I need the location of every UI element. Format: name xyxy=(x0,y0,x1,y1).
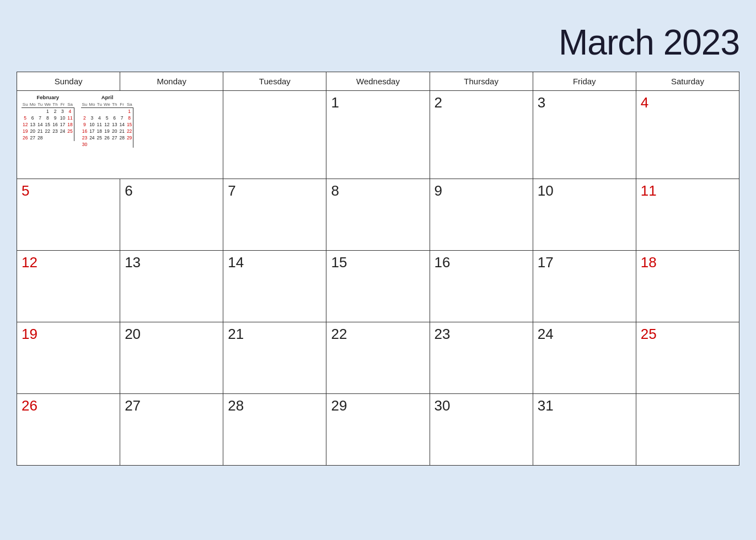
cell-day-28: 28 xyxy=(223,394,326,466)
day-number-11: 11 xyxy=(641,182,734,199)
cell-day-7: 7 xyxy=(223,179,326,251)
day-number-30: 30 xyxy=(435,397,528,414)
calendar-container: March 2023 Sunday Monday Tuesday Wednesd… xyxy=(17,22,739,466)
day-number-21: 21 xyxy=(228,326,321,343)
apr-r1c2 xyxy=(96,108,103,115)
feb-r4c6: 25 xyxy=(66,128,74,134)
feb-r1c6: 4 xyxy=(66,108,74,115)
feb-r2c3: 8 xyxy=(44,115,51,121)
apr-r2c4: 6 xyxy=(111,115,118,121)
cell-day-10: 10 xyxy=(533,179,636,251)
apr-r3c3: 12 xyxy=(103,121,111,128)
cell-day-19: 19 xyxy=(17,322,120,394)
day-number-13: 13 xyxy=(125,254,218,271)
feb-r3c4: 16 xyxy=(51,121,58,128)
feb-hd-th: Th xyxy=(51,101,58,108)
feb-r5c5 xyxy=(59,134,66,141)
day-number-19: 19 xyxy=(22,326,115,343)
cell-day-27: 27 xyxy=(120,394,223,466)
cell-day-25: 25 xyxy=(636,322,739,394)
mini-cal-feb-title: February xyxy=(22,94,74,100)
feb-r1c2 xyxy=(36,108,44,115)
cell-day-8: 8 xyxy=(326,179,430,251)
cell-day-5: 5 xyxy=(17,179,120,251)
day-number-1: 1 xyxy=(331,94,425,111)
mini-cal-april: April Su Mo Tu We Th Fr xyxy=(81,94,134,148)
cell-day-2: 2 xyxy=(430,91,533,179)
feb-r3c3: 15 xyxy=(44,121,51,128)
mini-cal-apr-table: Su Mo Tu We Th Fr Sa xyxy=(81,101,134,148)
apr-r3c4: 13 xyxy=(111,121,118,128)
calendar-grid: Sunday Monday Tuesday Wednesday Thursday… xyxy=(17,72,739,466)
cell-week1-tue xyxy=(223,91,326,179)
week-row-1: February Su Mo Tu We Th Fr xyxy=(17,91,739,179)
apr-r1c5 xyxy=(118,108,125,115)
cell-day-20: 20 xyxy=(120,322,223,394)
feb-r3c0: 12 xyxy=(22,121,29,128)
header-thursday: Thursday xyxy=(430,72,533,91)
apr-r6c4 xyxy=(111,141,118,148)
day-number-29: 29 xyxy=(331,397,425,414)
feb-r1c0 xyxy=(22,108,29,115)
cell-day-12: 12 xyxy=(17,251,120,322)
apr-hd-su: Su xyxy=(81,101,88,108)
feb-r3c1: 13 xyxy=(29,121,36,128)
apr-r6c5 xyxy=(118,141,125,148)
feb-hd-fr: Fr xyxy=(59,101,66,108)
feb-r2c0: 5 xyxy=(22,115,29,121)
feb-r5c0: 26 xyxy=(22,134,29,141)
feb-hd-we: We xyxy=(44,101,51,108)
day-number-7: 7 xyxy=(228,182,321,199)
apr-hd-mo: Mo xyxy=(88,101,95,108)
apr-r2c5: 7 xyxy=(118,115,125,121)
mini-calendars-wrapper: February Su Mo Tu We Th Fr xyxy=(22,94,218,148)
feb-hd-tu: Tu xyxy=(36,101,44,108)
feb-r4c3: 22 xyxy=(44,128,51,134)
apr-r6c3 xyxy=(103,141,111,148)
day-number-20: 20 xyxy=(125,326,218,343)
apr-r4c4: 20 xyxy=(111,128,118,134)
cell-day-3: 3 xyxy=(533,91,636,179)
apr-r4c0: 16 xyxy=(81,128,88,134)
feb-r1c5: 3 xyxy=(59,108,66,115)
cell-day-9: 9 xyxy=(430,179,533,251)
week-row-3: 12 13 14 15 16 17 18 xyxy=(17,251,739,322)
apr-r5c6: 29 xyxy=(126,134,133,141)
apr-r2c1: 3 xyxy=(88,115,95,121)
apr-r1c0 xyxy=(81,108,88,115)
feb-r4c1: 20 xyxy=(29,128,36,134)
cell-day-21: 21 xyxy=(223,322,326,394)
day-number-22: 22 xyxy=(331,326,425,343)
cell-day-16: 16 xyxy=(430,251,533,322)
feb-r2c6: 11 xyxy=(66,115,74,121)
apr-r4c3: 19 xyxy=(103,128,111,134)
mini-cal-february: February Su Mo Tu We Th Fr xyxy=(22,94,74,148)
cell-day-18: 18 xyxy=(636,251,739,322)
apr-r5c5: 28 xyxy=(118,134,125,141)
day-number-3: 3 xyxy=(538,94,631,111)
page-title: March 2023 xyxy=(17,22,739,63)
header-friday: Friday xyxy=(533,72,636,91)
apr-r5c2: 25 xyxy=(96,134,103,141)
feb-hd-sa: Sa xyxy=(66,101,74,108)
apr-r6c1 xyxy=(88,141,95,148)
day-number-23: 23 xyxy=(435,326,528,343)
apr-r2c6: 8 xyxy=(126,115,133,121)
apr-r2c3: 5 xyxy=(103,115,111,121)
mini-calendars-cell: February Su Mo Tu We Th Fr xyxy=(17,91,223,179)
apr-r3c2: 11 xyxy=(96,121,103,128)
feb-r1c4: 2 xyxy=(51,108,58,115)
day-number-17: 17 xyxy=(538,254,631,271)
apr-r3c1: 10 xyxy=(88,121,95,128)
cell-day-29: 29 xyxy=(326,394,430,466)
feb-r4c4: 23 xyxy=(51,128,58,134)
apr-r5c4: 27 xyxy=(111,134,118,141)
cell-day-17: 17 xyxy=(533,251,636,322)
mini-cal-apr-title: April xyxy=(81,94,134,100)
apr-r6c2 xyxy=(96,141,103,148)
day-number-12: 12 xyxy=(22,254,115,271)
weekday-header-row: Sunday Monday Tuesday Wednesday Thursday… xyxy=(17,72,739,91)
feb-r5c3 xyxy=(44,134,51,141)
apr-r6c6 xyxy=(126,141,133,148)
day-number-6: 6 xyxy=(125,182,218,199)
